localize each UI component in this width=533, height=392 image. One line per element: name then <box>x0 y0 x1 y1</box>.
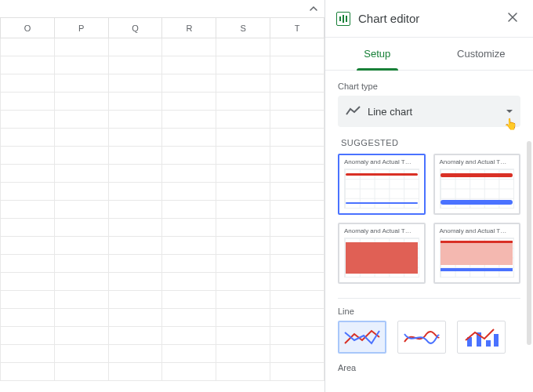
column-header[interactable]: R <box>162 18 216 38</box>
area-section-label: Area <box>338 363 520 372</box>
close-icon[interactable] <box>503 8 522 29</box>
suggested-chart-4[interactable]: Anomaly and Actual T… <box>433 223 521 284</box>
cursor-pointer-icon: 👆 <box>504 118 517 130</box>
suggested-grid: Anomaly and Actual T… Anomaly and Actual… <box>338 154 520 284</box>
chart-type-dropdown[interactable]: Line chart 👆 <box>338 96 520 127</box>
column-header[interactable]: T <box>270 18 325 38</box>
line-section-label: Line <box>338 307 520 316</box>
suggested-chart-2[interactable]: Anomaly and Actual T… <box>433 154 521 215</box>
grid[interactable]: O P Q R S T <box>0 17 325 381</box>
column-header[interactable]: Q <box>108 18 162 38</box>
divider <box>338 298 520 299</box>
chart-type-value: Line chart <box>368 106 506 118</box>
suggested-chart-3[interactable]: Anomaly and Actual T… <box>338 223 426 284</box>
suggested-chart-1[interactable]: Anomaly and Actual T… <box>338 154 426 215</box>
column-header-row: O P Q R S T <box>1 18 325 38</box>
line-chart-option[interactable] <box>338 321 386 354</box>
tab-customize[interactable]: Customize <box>430 38 534 70</box>
combo-chart-option[interactable] <box>457 321 506 354</box>
svg-rect-3 <box>494 334 499 347</box>
chevron-up-icon[interactable] <box>309 4 318 13</box>
suggested-label: SUGGESTED <box>341 138 520 147</box>
chart-type-label: Chart type <box>338 82 520 91</box>
line-type-row <box>338 321 520 354</box>
chart-editor-panel: Chart editor Setup Customize Chart type … <box>325 0 533 392</box>
tabs: Setup Customize <box>325 38 533 71</box>
smooth-line-chart-option[interactable] <box>397 321 446 354</box>
tab-setup[interactable]: Setup <box>325 38 430 70</box>
chevron-down-icon <box>506 110 513 113</box>
panel-title: Chart editor <box>358 12 503 25</box>
card-title: Anomaly and Actual T… <box>438 158 517 167</box>
card-title: Anomaly and Actual T… <box>343 227 421 236</box>
svg-rect-2 <box>486 340 491 347</box>
collapse-bar <box>0 0 325 17</box>
column-header[interactable]: S <box>216 18 270 38</box>
panel-body: Chart type Line chart 👆 SUGGESTED Anomal… <box>325 71 533 392</box>
column-header[interactable]: P <box>54 18 108 38</box>
panel-header: Chart editor <box>325 0 533 38</box>
column-header[interactable]: O <box>1 18 55 38</box>
card-title: Anomaly and Actual T… <box>343 158 421 167</box>
spreadsheet[interactable]: O P Q R S T <box>0 0 325 392</box>
card-title: Anomaly and Actual T… <box>438 227 517 236</box>
line-chart-icon <box>346 105 361 118</box>
chart-logo-icon <box>336 12 350 26</box>
scrollbar[interactable] <box>527 141 531 345</box>
